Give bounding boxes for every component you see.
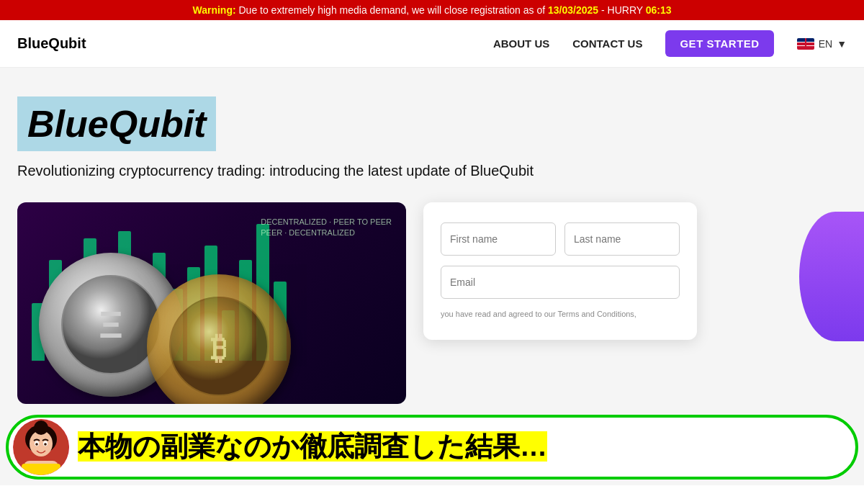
last-name-input[interactable] <box>564 222 680 256</box>
svg-point-7 <box>34 420 48 435</box>
registration-form: you have read and agreed to our Terms an… <box>423 202 697 340</box>
hero-title-box: BlueQubit <box>17 96 216 151</box>
warning-bar: Warning: Due to extremely high media dem… <box>0 0 864 20</box>
email-input[interactable] <box>441 266 680 299</box>
svg-point-12 <box>35 443 38 446</box>
crypto-image: Ξ ₿ DECE <box>17 202 406 404</box>
warning-deadline: 13/03/2025 <box>548 4 598 16</box>
navbar: BlueQubit ABOUT US CONTACT US GET STARTE… <box>0 20 864 68</box>
hero-title: BlueQubit <box>27 102 206 145</box>
nav-contact-us[interactable]: CONTACT US <box>572 37 642 50</box>
content-row: Ξ ₿ DECE <box>17 202 847 404</box>
warning-suffix: - HURRY <box>598 4 646 16</box>
bottom-banner[interactable]: 本物の副業なのか徹底調査した結果… <box>6 415 858 480</box>
warning-timer: 06:13 <box>646 4 672 16</box>
name-row <box>441 222 680 256</box>
site-logo: BlueQubit <box>17 35 86 52</box>
warning-label: Warning: <box>192 4 235 16</box>
purple-blob-decoration <box>799 212 864 341</box>
svg-text:₿: ₿ <box>211 330 227 366</box>
get-started-button[interactable]: GET STARTED <box>665 30 773 57</box>
warning-text: Due to extremely high media demand, we w… <box>236 4 548 16</box>
coin-text-overlay: DECENTRALIZED · PEER TO PEERPEER · DECEN… <box>261 217 392 239</box>
banner-text-highlight: 本物の副業なのか徹底調査した結果… <box>78 431 547 462</box>
hero-subtitle: Revolutionizing cryptocurrency trading: … <box>17 163 847 179</box>
hero-section: BlueQubit Revolutionizing cryptocurrency… <box>0 68 864 485</box>
avatar <box>13 419 69 475</box>
navbar-right: ABOUT US CONTACT US GET STARTED EN ▼ <box>493 30 847 57</box>
flag-icon <box>797 38 814 50</box>
svg-text:Ξ: Ξ <box>99 304 122 346</box>
email-row <box>441 266 680 299</box>
svg-rect-9 <box>22 464 60 475</box>
nav-about-us[interactable]: ABOUT US <box>493 37 549 50</box>
form-terms: you have read and agreed to our Terms an… <box>441 309 680 320</box>
first-name-input[interactable] <box>441 222 556 256</box>
chevron-down-icon: ▼ <box>837 38 847 50</box>
banner-text: 本物の副業なのか徹底調査した結果… <box>69 432 835 462</box>
svg-point-13 <box>44 443 47 446</box>
lang-label: EN <box>819 38 832 50</box>
language-selector[interactable]: EN ▼ <box>797 38 847 50</box>
